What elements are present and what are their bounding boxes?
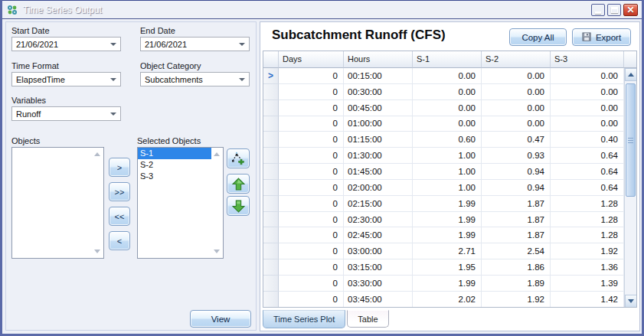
row-header-cell[interactable] [263, 84, 279, 100]
table-cell[interactable]: 0.47 [482, 132, 551, 148]
table-cell[interactable]: 1.28 [551, 227, 624, 243]
table-cell[interactable]: 00:45:00 [344, 100, 413, 116]
table-vertical-scrollbar[interactable] [624, 68, 636, 308]
table-cell[interactable]: 00:15:00 [344, 68, 413, 84]
table-cell[interactable]: 0.64 [551, 148, 624, 164]
table-cell[interactable]: 2.54 [482, 243, 551, 259]
titlebar[interactable]: Time Series Output ✕ [2, 0, 642, 19]
column-header-hours[interactable]: Hours [344, 51, 413, 68]
table-cell[interactable]: 0 [279, 243, 344, 259]
table-cell[interactable]: 0.00 [413, 100, 482, 116]
table-cell[interactable]: 1.99 [413, 276, 482, 292]
table-cell[interactable]: 0 [279, 292, 344, 308]
table-cell[interactable]: 1.92 [551, 243, 624, 259]
table-cell[interactable]: 01:00:00 [344, 116, 413, 132]
copy-all-button[interactable]: Copy All [509, 28, 567, 46]
move-all-right-button[interactable]: >> [109, 182, 130, 201]
table-cell[interactable]: 0.00 [482, 84, 551, 100]
selected-objects-listbox[interactable]: S-1S-2S-3 [137, 147, 224, 259]
maximize-button[interactable] [607, 4, 621, 16]
table-cell[interactable]: 2.02 [413, 292, 482, 308]
row-header-cell[interactable] [263, 180, 279, 196]
table-cell[interactable]: 0 [279, 164, 344, 180]
row-header-cell[interactable] [263, 212, 279, 228]
table-cell[interactable]: 1.87 [482, 196, 551, 212]
start-date-select[interactable]: 21/06/2021 [11, 37, 121, 51]
row-header-cell[interactable] [263, 292, 279, 308]
row-header-cell[interactable] [263, 259, 279, 276]
minimize-button[interactable] [591, 4, 605, 16]
table-cell[interactable]: 1.00 [413, 148, 482, 164]
table-cell[interactable]: 1.92 [482, 292, 551, 308]
object-category-select[interactable]: Subcatchments [140, 72, 250, 86]
table-cell[interactable]: 1.00 [413, 180, 482, 196]
table-cell[interactable]: 0.00 [551, 68, 624, 84]
row-header-cell[interactable] [263, 132, 279, 148]
scroll-down-button[interactable] [625, 295, 637, 308]
table-cell[interactable]: 0.94 [482, 180, 551, 196]
table-cell[interactable]: 1.87 [482, 212, 551, 228]
table-cell[interactable]: 1.00 [413, 164, 482, 180]
move-up-button[interactable] [227, 174, 250, 194]
select-from-map-button[interactable] [227, 148, 250, 168]
row-header-cell[interactable] [263, 116, 279, 132]
selected-objects-item[interactable]: S-2 [138, 159, 211, 171]
table-cell[interactable]: 01:30:00 [344, 148, 413, 164]
row-header-cell[interactable] [263, 100, 279, 116]
close-button[interactable]: ✕ [623, 4, 638, 16]
table-cell[interactable]: 1.95 [413, 259, 482, 276]
table-cell[interactable]: 0 [279, 259, 344, 276]
tab-table[interactable]: Table [347, 310, 388, 328]
table-cell[interactable]: 2.71 [413, 243, 482, 259]
objects-listbox[interactable] [11, 147, 104, 259]
column-header-s-1[interactable]: S-1 [413, 51, 482, 68]
table-cell[interactable]: 0.00 [551, 116, 624, 132]
row-header-cell[interactable]: > [263, 68, 279, 84]
row-header-cell[interactable] [263, 227, 279, 243]
table-cell[interactable]: 0 [279, 196, 344, 212]
scrollbar-thumb[interactable] [626, 83, 636, 197]
table-cell[interactable]: 02:15:00 [344, 196, 413, 212]
table-cell[interactable]: 0.94 [482, 164, 551, 180]
table-cell[interactable]: 0 [279, 68, 344, 84]
table-cell[interactable]: 1.39 [551, 276, 624, 292]
table-cell[interactable]: 0 [279, 100, 344, 116]
table-cell[interactable]: 0.00 [413, 84, 482, 100]
table-cell[interactable]: 0.00 [413, 116, 482, 132]
row-header-cell[interactable] [263, 276, 279, 292]
row-header-cell[interactable] [263, 196, 279, 212]
table-cell[interactable]: 0 [279, 227, 344, 243]
table-cell[interactable]: 0.93 [482, 148, 551, 164]
table-cell[interactable]: 0 [279, 276, 344, 292]
table-cell[interactable]: 02:45:00 [344, 227, 413, 243]
table-cell[interactable]: 1.86 [482, 259, 551, 276]
table-cell[interactable]: 0.00 [482, 68, 551, 84]
column-header-days[interactable]: Days [279, 51, 344, 68]
table-cell[interactable]: 0.00 [551, 100, 624, 116]
row-header-cell[interactable] [263, 148, 279, 164]
table-cell[interactable]: 1.99 [413, 227, 482, 243]
time-format-select[interactable]: ElapsedTime [11, 72, 121, 86]
table-cell[interactable]: 0.64 [551, 180, 624, 196]
table-cell[interactable]: 0.40 [551, 132, 624, 148]
table-cell[interactable]: 1.89 [482, 276, 551, 292]
table-cell[interactable]: 1.99 [413, 196, 482, 212]
column-header-s-3[interactable]: S-3 [551, 51, 624, 68]
table-cell[interactable]: 03:00:00 [344, 243, 413, 259]
table-cell[interactable]: 0 [279, 148, 344, 164]
table-cell[interactable]: 0 [279, 84, 344, 100]
table-cell[interactable]: 1.28 [551, 212, 624, 228]
table-cell[interactable]: 0 [279, 132, 344, 148]
move-all-left-button[interactable]: << [109, 207, 130, 226]
tab-time-series-plot[interactable]: Time Series Plot [263, 310, 345, 328]
table-cell[interactable]: 0 [279, 212, 344, 228]
move-right-button[interactable]: > [109, 158, 130, 177]
table-cell[interactable]: 03:15:00 [344, 259, 413, 276]
table-cell[interactable]: 03:30:00 [344, 276, 413, 292]
table-cell[interactable]: 01:45:00 [344, 164, 413, 180]
table-cell[interactable]: 1.42 [551, 292, 624, 308]
column-header-s-2[interactable]: S-2 [482, 51, 551, 68]
selected-objects-item[interactable]: S-1 [138, 148, 211, 159]
scroll-up-button[interactable] [625, 68, 637, 81]
table-cell[interactable]: 1.87 [482, 227, 551, 243]
